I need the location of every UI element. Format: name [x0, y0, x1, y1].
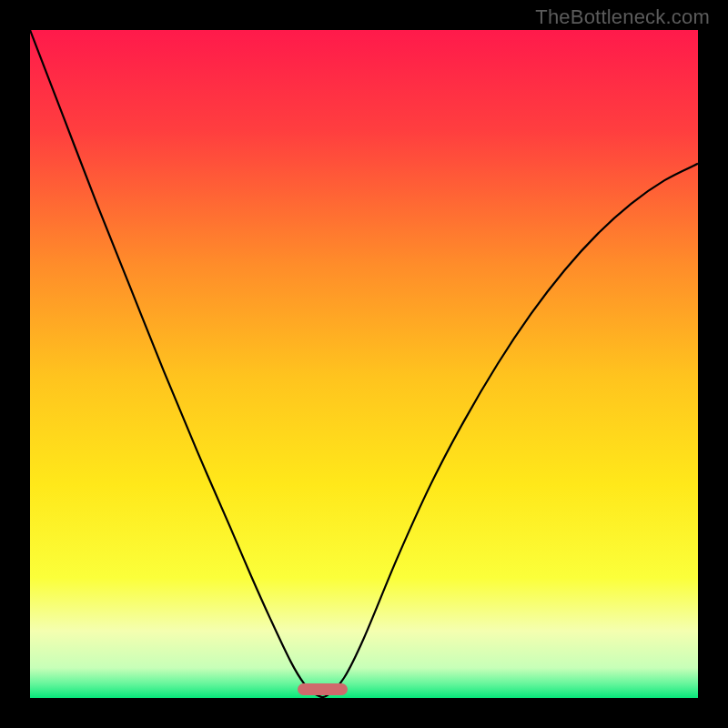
mismatch-curve-path: [30, 30, 698, 697]
watermark-text: TheBottleneck.com: [535, 5, 710, 29]
chart-plot-area: [30, 30, 698, 698]
optimal-range-marker: [298, 683, 348, 695]
mismatch-curve: [30, 30, 698, 698]
chart-frame: TheBottleneck.com: [0, 0, 728, 728]
